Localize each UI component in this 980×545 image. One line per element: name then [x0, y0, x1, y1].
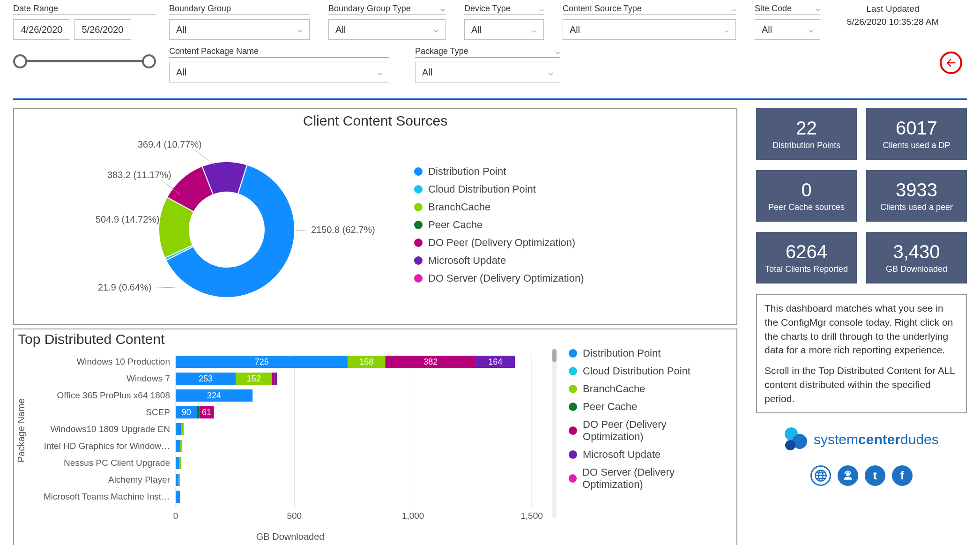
- boundary-group-type-dropdown[interactable]: All⌵: [328, 19, 445, 40]
- legend-swatch-icon: [414, 203, 423, 211]
- legend-item[interactable]: DO Peer (Delivery Optimization): [414, 237, 584, 249]
- kpi-distribution-points[interactable]: 22Distribution Points: [756, 108, 857, 160]
- date-start-input[interactable]: 4/26/2020: [13, 19, 70, 40]
- bar-segment[interactable]: [176, 440, 180, 452]
- kpi-total-clients[interactable]: 6264Total Clients Reported: [756, 232, 857, 284]
- kpi-peer-cache-sources[interactable]: 0Peer Cache sources: [756, 170, 857, 222]
- kpi-clients-used-dp[interactable]: 6017Clients used a DP: [866, 108, 967, 160]
- last-updated-value: 5/26/2020 10:35:28 AM: [839, 17, 947, 27]
- legend-item[interactable]: Peer Cache: [569, 401, 730, 413]
- bar-category-label: Office 365 ProPlus x64 1808: [57, 390, 170, 400]
- legend-item[interactable]: DO Server (Delivery Optimization): [569, 466, 730, 491]
- legend-item[interactable]: DO Peer (Delivery Optimization): [569, 418, 730, 443]
- legend-item[interactable]: Microsoft Update: [414, 254, 584, 267]
- bar-segment[interactable]: [197, 406, 199, 418]
- legend-item[interactable]: DO Server (Delivery Optimization): [414, 272, 584, 284]
- site-code-dropdown[interactable]: All⌵: [755, 19, 820, 40]
- legend-item[interactable]: Cloud Distribution Point: [414, 183, 584, 195]
- x-tick-label: 0: [173, 511, 178, 521]
- chevron-down-icon: ⌵: [378, 68, 382, 77]
- kpi-clients-used-peer[interactable]: 3933Clients used a peer: [866, 170, 967, 222]
- bar-segment[interactable]: [181, 423, 184, 435]
- legend-swatch-icon: [414, 239, 423, 247]
- legend-swatch-icon: [414, 221, 423, 229]
- legend-item[interactable]: Distribution Point: [414, 165, 584, 178]
- bar-scrollbar[interactable]: [552, 349, 557, 518]
- legend-item[interactable]: BranchCache: [414, 201, 584, 213]
- device-type-label: Device Type⌵: [464, 4, 544, 15]
- content-source-type-label: Content Source Type⌵: [563, 4, 736, 15]
- legend-item[interactable]: Cloud Distribution Point: [569, 365, 730, 377]
- slider-handle-start[interactable]: [13, 54, 27, 68]
- legend-swatch-icon: [414, 256, 423, 265]
- x-tick-label: 500: [287, 511, 302, 521]
- legend-item[interactable]: Microsoft Update: [569, 448, 730, 461]
- device-type-dropdown[interactable]: All⌵: [464, 19, 544, 40]
- systemcenterdudes-logo-icon: systemcenterdudes: [777, 424, 946, 456]
- bar-segment[interactable]: [176, 423, 181, 435]
- content-source-type-dropdown[interactable]: All⌵: [563, 19, 736, 40]
- bar-chart[interactable]: Windows 10 Production725158382164Windows…: [35, 347, 546, 530]
- bar-value-label: 324: [207, 391, 221, 400]
- bar-value-label: 253: [199, 374, 213, 383]
- support-icon[interactable]: [838, 465, 858, 486]
- date-end-input[interactable]: 5/26/2020: [74, 19, 131, 40]
- panel-title: Client Content Sources: [21, 113, 730, 129]
- chevron-down-icon: ⌵: [441, 4, 445, 13]
- legend-swatch-icon: [414, 274, 423, 283]
- bar-segment[interactable]: [275, 373, 277, 385]
- panel-title: Top Distributed Content: [16, 331, 730, 347]
- bar-segment[interactable]: [178, 474, 180, 486]
- bar-segment[interactable]: [176, 474, 179, 486]
- bar-segment[interactable]: [272, 373, 275, 385]
- content-package-name-label: Content Package Name: [169, 46, 389, 58]
- bar-legend: Distribution PointCloud Distribution Poi…: [569, 347, 730, 542]
- twitter-icon[interactable]: t: [865, 465, 885, 486]
- bar-segment[interactable]: [176, 491, 180, 503]
- client-content-sources-panel: Client Content Sources 369.4 (10.77%)383…: [13, 108, 737, 325]
- boundary-group-type-label: Boundary Group Type⌵: [328, 4, 445, 15]
- bar-category-label: Alchemy Player: [108, 475, 171, 485]
- svg-point-11: [785, 440, 795, 450]
- bar-value-label: 382: [423, 357, 438, 366]
- legend-item[interactable]: Peer Cache: [414, 219, 584, 231]
- date-range-label: Date Range: [13, 4, 156, 15]
- svg-point-18: [846, 472, 850, 476]
- back-button[interactable]: [940, 52, 962, 74]
- svg-line-0: [194, 149, 215, 165]
- legend-swatch-icon: [569, 403, 577, 411]
- svg-text:systemcenterdudes: systemcenterdudes: [814, 432, 939, 447]
- logo: systemcenterdudes t f: [756, 424, 967, 486]
- bar-segment[interactable]: [180, 440, 182, 452]
- chevron-down-icon: ⌵: [549, 68, 553, 77]
- legend-item[interactable]: Distribution Point: [569, 347, 730, 359]
- boundary-group-dropdown[interactable]: All⌵: [169, 19, 310, 40]
- bar-value-label: 158: [359, 357, 373, 366]
- chart-data-label: 383.2 (11.17%): [107, 170, 171, 180]
- legend-swatch-icon: [569, 367, 577, 375]
- slider-handle-end[interactable]: [142, 54, 156, 68]
- content-package-name-dropdown[interactable]: All⌵: [169, 62, 389, 82]
- legend-swatch-icon: [569, 349, 577, 358]
- svg-line-4: [295, 230, 307, 231]
- bar-segment[interactable]: [179, 457, 181, 469]
- donut-legend: Distribution PointCloud Distribution Poi…: [414, 165, 584, 284]
- bar-category-label: Windows 7: [126, 373, 170, 383]
- legend-item[interactable]: BranchCache: [569, 383, 730, 395]
- chevron-down-icon: ⌵: [434, 25, 438, 34]
- legend-swatch-icon: [414, 185, 423, 194]
- chevron-down-icon: ⌵: [298, 25, 303, 34]
- date-slider[interactable]: [13, 52, 156, 70]
- kpi-gb-downloaded[interactable]: 3,430GB Downloaded: [866, 232, 967, 284]
- bar-value-label: 152: [246, 374, 260, 383]
- bar-segment[interactable]: [176, 457, 179, 469]
- bar-value-label: 90: [181, 408, 191, 417]
- website-icon[interactable]: [810, 465, 831, 486]
- chart-data-label: 21.9 (0.64%): [98, 282, 152, 292]
- donut-chart[interactable]: 369.4 (10.77%)383.2 (11.17%)504.9 (14.72…: [21, 129, 405, 321]
- bar-category-label: Intel HD Graphics for Window…: [44, 441, 170, 451]
- social-links: t f: [756, 465, 967, 486]
- package-type-dropdown[interactable]: All⌵: [415, 62, 560, 82]
- scrollbar-thumb[interactable]: [552, 349, 557, 362]
- facebook-icon[interactable]: f: [892, 465, 913, 486]
